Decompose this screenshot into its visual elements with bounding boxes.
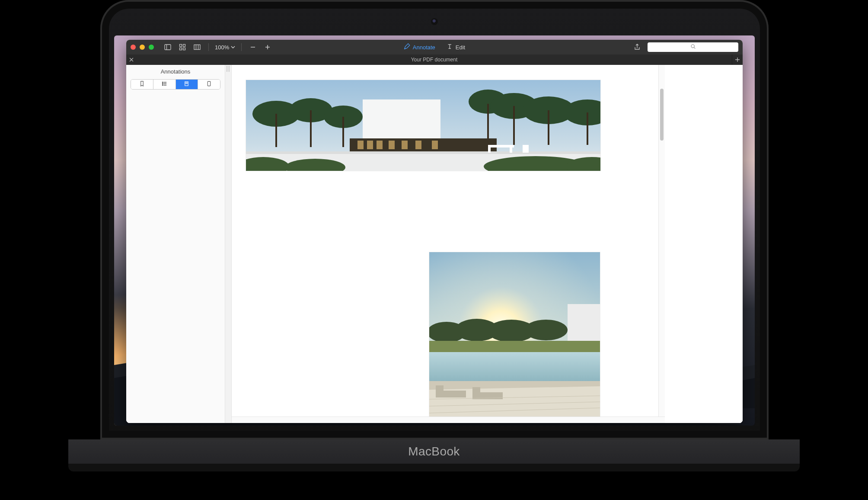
window-controls [131, 45, 154, 50]
svg-rect-0 [165, 45, 171, 50]
scrollbar-thumb[interactable] [660, 89, 664, 141]
text-cursor-icon [447, 43, 453, 51]
svg-rect-51 [377, 141, 383, 149]
svg-rect-50 [367, 141, 373, 149]
svg-rect-53 [402, 141, 408, 149]
zoom-control[interactable]: 100% [215, 44, 235, 51]
pdf-page [237, 65, 656, 423]
edit-mode-button[interactable]: Edit [447, 43, 465, 51]
bookmark-icon [139, 80, 145, 88]
svg-rect-54 [415, 141, 421, 149]
zoom-in-button[interactable] [262, 42, 273, 52]
document-area [225, 65, 743, 423]
zoom-level-label: 100% [215, 44, 229, 51]
svg-rect-2 [180, 45, 182, 47]
sidebar-view-bookmarks[interactable] [131, 80, 153, 89]
laptop-brand-strip: MacBook [68, 439, 800, 464]
chevron-down-icon [231, 44, 235, 51]
gutter-grip-icon [227, 66, 230, 72]
window-close-button[interactable] [131, 45, 136, 50]
svg-point-16 [691, 45, 694, 48]
svg-rect-46 [363, 99, 440, 138]
right-blank-panel [664, 65, 743, 423]
svg-rect-5 [183, 48, 185, 50]
annotate-mode-button[interactable]: Annotate [404, 43, 435, 51]
svg-rect-81 [472, 387, 480, 393]
document-viewport[interactable] [232, 65, 743, 423]
tab-close-button[interactable] [126, 54, 137, 65]
svg-rect-29 [186, 83, 188, 84]
zoom-out-button[interactable] [248, 42, 258, 52]
content-image-top [246, 80, 601, 171]
svg-rect-3 [183, 45, 185, 47]
svg-rect-55 [432, 141, 438, 149]
toolbar-separator [241, 43, 242, 51]
svg-point-22 [162, 82, 163, 83]
ruler-gutter[interactable] [225, 65, 232, 423]
sidebar-toggle-button[interactable] [163, 42, 173, 52]
page-layout-button[interactable] [192, 42, 202, 52]
svg-rect-57 [246, 151, 600, 154]
svg-point-71 [524, 320, 568, 340]
share-button[interactable] [632, 42, 642, 52]
svg-rect-74 [429, 341, 600, 352]
sidebar-title: Annotations [126, 65, 225, 77]
svg-rect-79 [436, 385, 444, 391]
svg-point-26 [162, 85, 163, 86]
svg-rect-60 [510, 145, 512, 153]
horizontal-scrollbar[interactable] [232, 417, 665, 423]
grid-view-button[interactable] [177, 42, 188, 52]
window-minimize-button[interactable] [140, 45, 145, 50]
toolbar-separator [208, 43, 209, 51]
content-image-bottom [429, 252, 600, 419]
list-icon [162, 80, 167, 88]
svg-rect-6 [194, 45, 200, 50]
sidebar-view-outline[interactable] [153, 80, 176, 89]
tab-bar: Your PDF document [126, 54, 743, 65]
camera-dot [431, 18, 438, 25]
sidebar-view-thumbnails[interactable] [198, 80, 220, 89]
tab-title: Your PDF document [411, 57, 458, 63]
edit-label: Edit [456, 44, 465, 51]
svg-rect-78 [436, 391, 466, 397]
search-input[interactable] [648, 42, 738, 52]
add-tab-button[interactable] [732, 54, 743, 65]
app-body: Annotations [126, 65, 743, 423]
svg-rect-30 [207, 81, 211, 86]
svg-point-24 [162, 83, 163, 84]
svg-rect-75 [429, 352, 600, 382]
sidebar-view-segmented-control [131, 79, 220, 90]
svg-rect-52 [389, 141, 395, 149]
sidebar-view-annotations[interactable] [176, 80, 198, 89]
annotate-label: Annotate [413, 44, 435, 51]
laptop-brand-label: MacBook [408, 445, 460, 458]
pencil-icon [404, 43, 410, 51]
screen: 100% [114, 35, 755, 426]
highlight-icon [184, 80, 189, 88]
svg-rect-61 [523, 145, 529, 153]
svg-line-17 [694, 48, 695, 49]
svg-rect-49 [357, 141, 364, 149]
laptop-base [68, 464, 800, 471]
toolbar: 100% [126, 40, 743, 54]
window-fullscreen-button[interactable] [149, 45, 154, 50]
svg-rect-4 [180, 48, 182, 50]
svg-rect-59 [488, 145, 491, 153]
page-icon [206, 80, 212, 88]
search-icon [690, 44, 696, 51]
mode-switcher: Annotate Edit [404, 43, 465, 51]
sidebar-panel: Annotations [126, 65, 225, 423]
pdf-app-window: 100% [126, 40, 743, 423]
vertical-scrollbar[interactable] [658, 65, 665, 417]
